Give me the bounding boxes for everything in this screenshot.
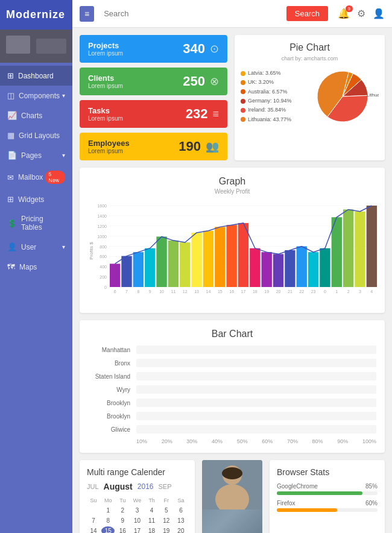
svg-rect-37 <box>215 227 225 287</box>
cal-day-15[interactable]: 15 <box>101 526 115 533</box>
stat-num-2: 232 <box>186 106 208 122</box>
stat-title-3: Employees <box>88 139 130 148</box>
cal-day-18[interactable]: 18 <box>145 526 159 533</box>
hbar-label-1: Bronx <box>88 360 136 367</box>
hbar-label-0: Manhattan <box>88 347 136 353</box>
cal-day-2[interactable]: 2 <box>116 506 129 515</box>
svg-rect-19 <box>110 263 120 287</box>
svg-text:6: 6 <box>114 289 116 294</box>
cal-prev-btn[interactable]: JUL <box>87 483 99 490</box>
svg-rect-59 <box>343 209 353 287</box>
svg-point-68 <box>222 467 242 479</box>
sidebar-item-widgets[interactable]: ⊞ Widgets <box>0 189 72 209</box>
sidebar-label-0: Dashboard <box>18 72 65 80</box>
stat-card-projects: Projects Lorem ipsum 340 ⊙ <box>80 35 227 63</box>
browser-stats-card: Browser Stats GoogleChrome 85% Firefox 6… <box>270 460 385 533</box>
sidebar-item-components[interactable]: ◫ Components ▾ <box>0 86 72 106</box>
stat-sub-0: Lorem ipsum <box>88 50 123 57</box>
sidebar-icon-3: ▦ <box>7 131 14 140</box>
sidebar-label-7: Pricing Tables <box>21 215 65 232</box>
pie-dot-2 <box>241 89 245 94</box>
svg-rect-39 <box>226 225 236 287</box>
svg-text:15: 15 <box>218 289 223 294</box>
stat-card-left-0: Projects Lorem ipsum <box>88 41 123 57</box>
hbar-row-3: Wyry <box>88 385 376 394</box>
cal-day-17[interactable]: 17 <box>130 526 144 533</box>
browser-name-label-1: Firefox <box>277 500 296 506</box>
stat-icon-0: ⊙ <box>210 42 219 55</box>
notification-icon[interactable]: 🔔 9 <box>338 8 350 19</box>
pie-chart-title: Pie Chart <box>241 42 379 53</box>
svg-text:Lithuania: 43.77%: Lithuania: 43.77% <box>367 92 379 98</box>
cal-day-11[interactable]: 11 <box>145 516 159 525</box>
sidebar-label-9: Maps <box>19 263 65 271</box>
cal-day-3[interactable]: 3 <box>130 506 144 515</box>
search-button[interactable]: Search <box>286 6 328 21</box>
stat-num-1: 250 <box>183 74 205 89</box>
cal-day-20[interactable]: 20 <box>174 526 188 533</box>
stat-icon-1: ⊗ <box>210 75 219 88</box>
browser-row-0: GoogleChrome 85% <box>277 483 378 495</box>
pie-legend-item-1: UK: 3.20% <box>241 78 292 87</box>
svg-text:14: 14 <box>206 289 211 294</box>
user-icon[interactable]: 👤 <box>373 8 385 19</box>
sidebar-item-charts[interactable]: 📈 Charts <box>0 106 72 125</box>
sidebar-item-pricing-tables[interactable]: 💲 Pricing Tables <box>0 209 72 237</box>
sidebar: Modernize ⊞ Dashboard ◫ Components ▾ 📈 C… <box>0 0 72 533</box>
cal-day-13[interactable]: 13 <box>174 516 188 525</box>
svg-text:13: 13 <box>194 289 199 294</box>
sidebar-item-dashboard[interactable]: ⊞ Dashboard <box>0 66 72 86</box>
cal-header-6: Sa <box>174 496 188 505</box>
browser-pct-0: 85% <box>365 483 378 490</box>
svg-rect-25 <box>145 248 155 287</box>
sidebar-icon-2: 📈 <box>7 111 17 120</box>
cal-day-8[interactable]: 8 <box>101 516 115 525</box>
cal-day-16[interactable]: 16 <box>116 526 129 533</box>
photo-svg <box>202 460 262 509</box>
search-input[interactable] <box>99 6 282 21</box>
svg-text:2: 2 <box>347 289 350 294</box>
browser-rows: GoogleChrome 85% Firefox 60% <box>277 483 378 512</box>
hbar-tick-9: 100% <box>362 438 376 444</box>
cal-day-7[interactable]: 7 <box>87 516 100 525</box>
sidebar-item-grid-layouts[interactable]: ▦ Grid Layouts <box>0 125 72 145</box>
sidebar-item-user[interactable]: 👤 User ▾ <box>0 237 72 257</box>
svg-rect-33 <box>191 233 201 287</box>
sidebar-item-pages[interactable]: 📄 Pages ▾ <box>0 145 72 165</box>
hbar-tick-0: 10% <box>136 438 147 444</box>
cal-day-14[interactable]: 14 <box>87 526 100 533</box>
cal-day-6[interactable]: 6 <box>174 506 188 515</box>
settings-icon[interactable]: ⚙ <box>357 8 365 19</box>
cal-next-btn[interactable]: SEP <box>158 483 171 490</box>
stat-card-right-0: 340 ⊙ <box>183 41 219 57</box>
stat-sub-1: Lorem ipsum <box>88 83 123 89</box>
svg-text:7: 7 <box>125 289 128 294</box>
cal-day-5[interactable]: 5 <box>160 506 173 515</box>
topbar-icons: 🔔 9 ⚙ 👤 <box>338 8 385 19</box>
cal-day-1[interactable]: 1 <box>101 506 115 515</box>
pie-dot-0 <box>241 71 245 76</box>
menu-button[interactable]: ≡ <box>80 6 94 22</box>
cal-day-4[interactable]: 4 <box>145 506 159 515</box>
svg-rect-31 <box>180 242 190 287</box>
svg-text:18: 18 <box>253 289 258 294</box>
stat-title-1: Clients <box>88 74 123 83</box>
sidebar-label-1: Components <box>19 92 62 100</box>
cal-day-10[interactable]: 10 <box>130 516 144 525</box>
cal-day-12[interactable]: 12 <box>160 516 173 525</box>
stat-card-tasks: Tasks Lorem ipsum 232 ≡ <box>80 100 227 128</box>
cal-day-19[interactable]: 19 <box>160 526 173 533</box>
sidebar-nav: ⊞ Dashboard ◫ Components ▾ 📈 Charts ▦ Gr… <box>0 63 72 533</box>
graph-card: Graph Weekly Profit 02004006008001000120… <box>80 168 385 313</box>
cal-day-9[interactable]: 9 <box>116 516 129 525</box>
svg-rect-41 <box>238 223 248 287</box>
svg-text:1200: 1200 <box>97 224 107 229</box>
stat-card-right-3: 190 👥 <box>179 139 219 154</box>
svg-text:1: 1 <box>335 289 338 294</box>
sidebar-item-maps[interactable]: 🗺 Maps <box>0 257 72 277</box>
stat-card-left-3: Employees Lorem ipsum <box>88 139 130 154</box>
sidebar-arrow-8: ▾ <box>62 244 65 250</box>
pie-legend: Latvia: 3.65%UK: 3.20%Australia: 6.57%Ge… <box>241 69 292 124</box>
sidebar-icon-8: 👤 <box>7 242 17 251</box>
sidebar-item-mailbox[interactable]: ✉ Mailbox 5 New <box>0 165 72 189</box>
